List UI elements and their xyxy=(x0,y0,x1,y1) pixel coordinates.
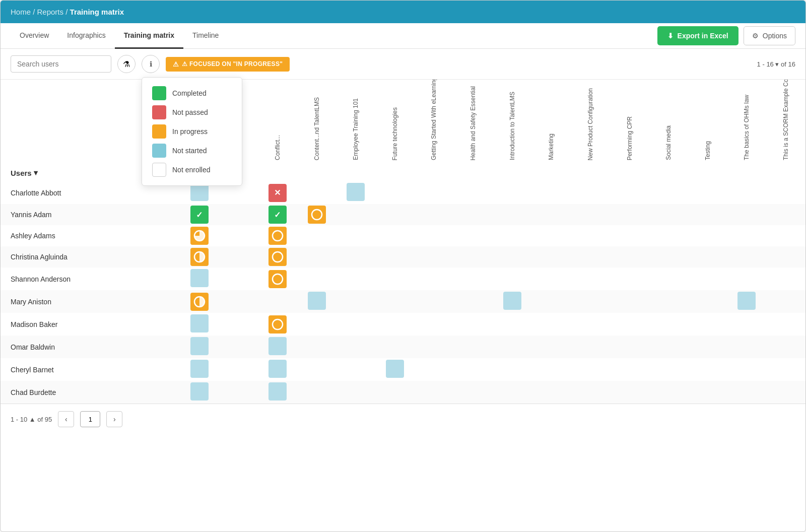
matrix-cell xyxy=(415,290,454,313)
matrix-cell xyxy=(336,268,375,290)
matrix-cell xyxy=(610,204,649,225)
matrix-cell: ✕ xyxy=(258,181,297,204)
matrix-cell xyxy=(493,336,532,358)
matrix-cell xyxy=(571,246,610,268)
focus-badge: ⚠ ⚠ FOCUSED ON "IN PROGRESS" xyxy=(166,57,290,72)
page-number-input[interactable] xyxy=(80,411,100,427)
matrix-cell xyxy=(219,246,258,268)
options-button[interactable]: ⚙ Options xyxy=(744,26,795,45)
table-row: Madison Baker xyxy=(1,313,805,336)
matrix-cell xyxy=(415,225,454,246)
matrix-cell xyxy=(415,313,454,336)
matrix-cell xyxy=(415,246,454,268)
col-header-employee: Employee Training 101 xyxy=(336,80,375,164)
matrix-cell xyxy=(727,246,767,268)
matrix-cell xyxy=(766,313,805,336)
filter-button[interactable]: ⚗ xyxy=(117,55,136,73)
training-matrix-table: Courses Advanc... CMI cor... Conflict... xyxy=(1,80,805,404)
user-name: Omar Baldwin xyxy=(1,336,180,358)
matrix-cell xyxy=(766,204,805,225)
not-enrolled-swatch xyxy=(152,163,166,177)
svg-point-4 xyxy=(273,252,283,262)
matrix-cell: ✓ xyxy=(258,204,297,225)
matrix-cell xyxy=(297,204,337,225)
matrix-cell xyxy=(493,290,532,313)
matrix-cell xyxy=(493,358,532,381)
matrix-cell xyxy=(766,246,805,268)
matrix-cell xyxy=(688,246,727,268)
matrix-cell xyxy=(297,268,337,290)
matrix-cell xyxy=(610,268,649,290)
matrix-cell xyxy=(610,181,649,204)
matrix-cell xyxy=(649,246,688,268)
search-input[interactable] xyxy=(11,55,111,73)
matrix-cell xyxy=(610,246,649,268)
user-name: Madison Baker xyxy=(1,313,180,336)
matrix-cell xyxy=(531,225,571,246)
matrix-cell xyxy=(415,268,454,290)
matrix-cell xyxy=(453,225,493,246)
matrix-cell xyxy=(336,204,375,225)
matrix-cell xyxy=(727,204,767,225)
users-label-row: Users ▾ xyxy=(1,164,805,181)
check-icon: ✓ xyxy=(196,210,203,220)
matrix-cell xyxy=(453,336,493,358)
matrix-cell xyxy=(727,336,767,358)
in-progress-label: In progress xyxy=(172,127,208,136)
matrix-cell xyxy=(571,225,610,246)
tab-infographics[interactable]: Infographics xyxy=(58,23,114,49)
tab-timeline[interactable]: Timeline xyxy=(183,23,228,49)
info-button[interactable]: ℹ xyxy=(142,55,160,73)
matrix-cell xyxy=(336,246,375,268)
matrix-cell xyxy=(649,290,688,313)
matrix-cell xyxy=(571,381,610,404)
svg-point-5 xyxy=(273,274,283,284)
export-excel-label: Export in Excel xyxy=(678,32,728,40)
matrix-cell xyxy=(727,381,767,404)
matrix-cell xyxy=(727,181,767,204)
next-page-button[interactable]: › xyxy=(106,411,122,427)
table-row: Chad Burdette xyxy=(1,381,805,404)
col-header-health: Health and Safety Essential xyxy=(453,80,493,164)
warning-icon: ⚠ xyxy=(173,60,179,68)
matrix-cell xyxy=(375,204,415,225)
col-header-testing: Testing xyxy=(688,80,727,164)
progress-pie-icon xyxy=(193,229,206,242)
matrix-cell xyxy=(336,290,375,313)
matrix-cell xyxy=(727,313,767,336)
info-icon: ℹ xyxy=(150,60,152,68)
matrix-cell xyxy=(571,358,610,381)
not-started-label: Not started xyxy=(172,147,207,155)
matrix-cell xyxy=(610,313,649,336)
focus-badge-text: ⚠ FOCUSED ON "IN PROGRESS" xyxy=(182,60,283,68)
bottom-bar: 1 - 10 ▲ of 95 ‹ › xyxy=(1,404,805,434)
legend-not-enrolled: Not enrolled xyxy=(152,160,232,179)
tab-overview[interactable]: Overview xyxy=(11,23,58,49)
matrix-cell xyxy=(415,204,454,225)
matrix-area: Courses Advanc... CMI cor... Conflict... xyxy=(1,80,805,404)
table-row: Mary Aniston xyxy=(1,290,805,313)
not-enrolled-label: Not enrolled xyxy=(172,166,211,174)
matrix-cell xyxy=(649,313,688,336)
matrix-cell xyxy=(180,268,219,290)
check-icon: ✓ xyxy=(274,210,281,220)
matrix-cell xyxy=(649,358,688,381)
user-name: Shannon Anderson xyxy=(1,268,180,290)
matrix-cell xyxy=(688,290,727,313)
matrix-cell xyxy=(649,381,688,404)
prev-page-button[interactable]: ‹ xyxy=(58,411,74,427)
tab-training-matrix[interactable]: Training matrix xyxy=(115,23,183,49)
col-header-getting-started: Getting Started With eLearning xyxy=(415,80,454,164)
user-name: Yannis Adam xyxy=(1,204,180,225)
col-header-ohms: The basics of OHMs law xyxy=(727,80,767,164)
table-row: Omar Baldwin xyxy=(1,336,805,358)
matrix-cell xyxy=(571,336,610,358)
matrix-cell xyxy=(415,381,454,404)
col-header-social: Social media xyxy=(649,80,688,164)
matrix-cell xyxy=(610,358,649,381)
breadcrumb: Home / Reports / Training matrix xyxy=(11,8,124,16)
export-excel-button[interactable]: ⬇ Export in Excel xyxy=(657,26,738,45)
matrix-cell xyxy=(610,290,649,313)
page-title: Training matrix xyxy=(70,8,124,16)
matrix-cell xyxy=(180,358,219,381)
